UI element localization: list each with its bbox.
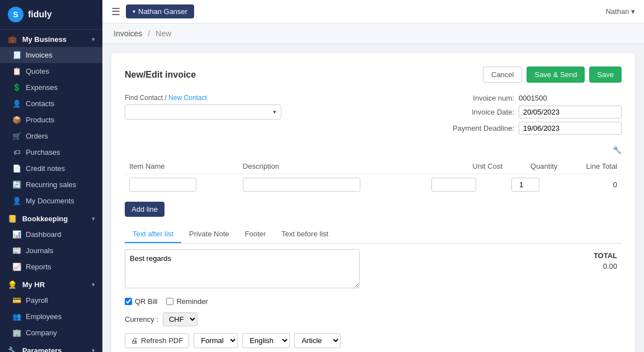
contact-dropdown[interactable]	[130, 108, 271, 116]
contact-select-wrap[interactable]: ▾	[125, 104, 281, 120]
sidebar-item-company[interactable]: 🏢 Company	[0, 325, 102, 341]
app-name: fiduly	[28, 9, 52, 20]
invoice-table: Item Name Description Unit Cost Quantity…	[125, 159, 622, 195]
total-value: 0.00	[594, 262, 617, 270]
caret-icon: ▾	[133, 8, 135, 15]
new-contact-link[interactable]: New Contact	[168, 94, 207, 102]
orders-icon: 🛒	[12, 132, 21, 140]
breadcrumb-separator: /	[148, 29, 150, 38]
save-button[interactable]: Save	[589, 66, 622, 83]
sidebar-item-label: Dashboard	[26, 230, 62, 239]
tab-text-before-list[interactable]: Text before list	[274, 226, 336, 243]
chevron-down-icon: ▾	[92, 348, 95, 352]
section-my-business-label: 💼 My Business	[8, 35, 67, 44]
sidebar-item-dashboard[interactable]: 📊 Dashboard	[0, 226, 102, 242]
invoice-date-row: Invoice Date:	[441, 106, 622, 118]
sidebar-item-reports[interactable]: 📈 Reports	[0, 259, 102, 275]
invoice-num-row: Invoice num: 0001500	[441, 94, 547, 102]
main-content: ☰ ▾ Nathan Ganser Nathan ▾ Invoices / Ne…	[102, 0, 644, 352]
hamburger-button[interactable]: ☰	[111, 6, 120, 18]
section-my-business[interactable]: 💼 My Business ▾	[0, 30, 102, 47]
journals-icon: 📰	[12, 246, 21, 255]
chevron-down-icon: ▾	[92, 216, 95, 222]
sidebar-item-label: Purchases	[26, 148, 60, 156]
tab-footer[interactable]: Footer	[237, 226, 274, 243]
purchases-icon: 🏷	[12, 148, 21, 156]
sidebar-item-label: Reports	[26, 263, 51, 271]
col-unit-cost: Unit Cost	[427, 159, 507, 174]
section-parameters[interactable]: 🔧 Parameters ▾	[0, 341, 102, 352]
sidebar-item-expenses[interactable]: 💲 Expenses	[0, 79, 102, 96]
reminder-checkbox[interactable]	[166, 298, 173, 305]
tab-text-after-list[interactable]: Text after list	[125, 226, 181, 243]
sidebar-item-purchases[interactable]: 🏷 Purchases	[0, 144, 102, 160]
payroll-icon: 💳	[12, 296, 21, 305]
sidebar-item-payroll[interactable]: 💳 Payroll	[0, 292, 102, 308]
sidebar-item-label: Orders	[26, 132, 48, 140]
company-icon: 🏢	[12, 329, 21, 337]
unit-cost-input[interactable]	[431, 178, 476, 192]
topbar: ☰ ▾ Nathan Ganser Nathan ▾	[102, 0, 644, 23]
employees-icon: 👥	[12, 312, 21, 321]
reminder-label[interactable]: Reminder	[166, 297, 208, 306]
save-send-button[interactable]: Save & Send	[527, 66, 585, 83]
description-input[interactable]	[243, 178, 360, 192]
section-bookkeeping[interactable]: 📒 Bookkeeping ▾	[0, 209, 102, 226]
user-menu[interactable]: Nathan ▾	[605, 7, 635, 16]
logo-icon: S	[8, 7, 23, 22]
sidebar-item-orders[interactable]: 🛒 Orders	[0, 128, 102, 144]
payment-deadline-input[interactable]	[519, 122, 622, 135]
language-select[interactable]: English French German	[242, 333, 290, 348]
sidebar-item-quotes[interactable]: 📋 Quotes	[0, 63, 102, 79]
qr-bill-label[interactable]: QR Bill	[125, 297, 157, 306]
sidebar-item-invoices[interactable]: 🧾 Invoices	[0, 47, 102, 63]
col-line-total: Line Total	[562, 159, 622, 174]
sidebar-item-my-documents[interactable]: 👤 My Documents	[0, 193, 102, 209]
sidebar-item-label: Expenses	[26, 83, 58, 92]
qr-bill-checkbox[interactable]	[125, 298, 132, 305]
article-select[interactable]: Article Product Service	[294, 333, 341, 348]
quantity-input[interactable]	[511, 178, 539, 192]
wrench-icon[interactable]: 🔧	[125, 146, 622, 154]
col-item-name: Item Name	[125, 159, 238, 174]
invoice-num-value: 0001500	[519, 94, 547, 102]
refresh-pdf-button[interactable]: 🖨 Refresh PDF	[125, 333, 189, 348]
sidebar-item-recurring-sales[interactable]: 🔄 Recurring sales	[0, 177, 102, 193]
dashboard-icon: 📊	[12, 230, 21, 239]
sidebar-logo: S fiduly	[0, 0, 102, 30]
pdf-row: 🖨 Refresh PDF Formal Casual Simple Engli…	[125, 333, 622, 348]
cancel-button[interactable]: Cancel	[483, 66, 522, 83]
section-my-hr[interactable]: 👷 My HR ▾	[0, 275, 102, 292]
user-name: Nathan	[605, 7, 629, 16]
line-total-value: 0	[562, 174, 622, 196]
notes-textarea[interactable]: Best regards	[125, 249, 360, 288]
note-tabs: Text after list Private Note Footer Text…	[125, 226, 622, 244]
invoice-meta: Invoice num: 0001500 Invoice Date: Payme…	[441, 94, 622, 135]
invoice-date-input[interactable]	[519, 106, 622, 118]
add-line-button[interactable]: Add line	[125, 202, 164, 217]
sidebar-item-label: Employees	[26, 312, 62, 321]
currency-select[interactable]: CHF EUR USD	[163, 312, 198, 326]
business-selector-button[interactable]: ▾ Nathan Ganser	[126, 4, 194, 18]
sidebar-item-label: Credit notes	[26, 164, 65, 173]
total-section: TOTAL 0.00	[594, 249, 622, 270]
sidebar-item-journals[interactable]: 📰 Journals	[0, 242, 102, 259]
products-icon: 📦	[12, 116, 21, 124]
item-name-input[interactable]	[129, 178, 196, 192]
table-row: 0	[125, 174, 622, 196]
sidebar-item-credit-notes[interactable]: 📄 Credit notes	[0, 160, 102, 177]
tab-private-note[interactable]: Private Note	[181, 226, 237, 243]
sidebar-item-label: Contacts	[26, 99, 54, 108]
card-title: New/Edit invoice	[125, 70, 196, 80]
invoices-icon: 🧾	[12, 51, 21, 59]
currency-label: Currency :	[125, 315, 158, 324]
sidebar-item-contacts[interactable]: 👤 Contacts	[0, 96, 102, 112]
quotes-icon: 📋	[12, 67, 21, 75]
sidebar-item-products[interactable]: 📦 Products	[0, 112, 102, 128]
breadcrumb-parent-link[interactable]: Invoices	[114, 29, 142, 38]
sidebar-item-label: Products	[26, 116, 54, 124]
payment-deadline-row: Payment Deadline:	[441, 122, 622, 135]
business-name: Nathan Ganser	[138, 7, 187, 16]
sidebar-item-employees[interactable]: 👥 Employees	[0, 308, 102, 325]
format-select[interactable]: Formal Casual Simple	[194, 333, 238, 348]
